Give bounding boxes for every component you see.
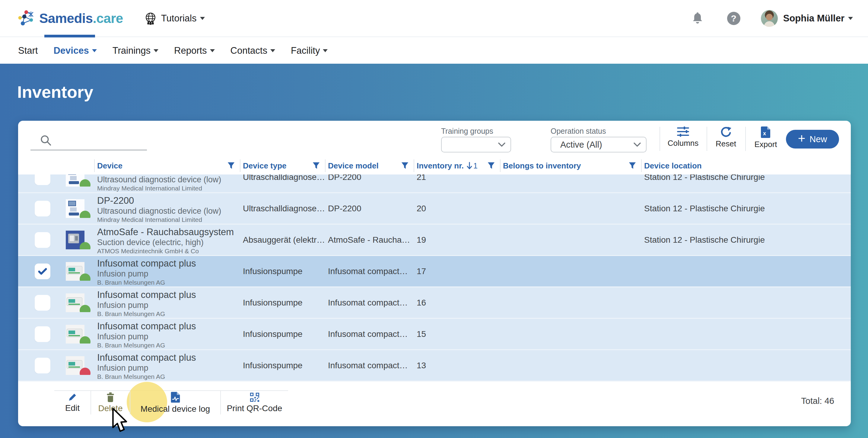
inventory-nr-cell: 21 xyxy=(414,174,500,182)
device-name: AtmoSafe - Rauchabsaugsystem xyxy=(97,226,240,238)
toolbar-divider xyxy=(659,127,660,151)
toolbar-divider xyxy=(745,127,746,151)
row-checkbox[interactable] xyxy=(35,264,51,279)
table-row[interactable]: DP-2200 Ultrasound diagnostic device (lo… xyxy=(18,193,851,225)
inventory-nr-cell: 19 xyxy=(414,235,500,245)
device-type-cell: Infusionspumpe xyxy=(240,267,325,276)
device-model-cell: DP-2200 xyxy=(325,174,414,182)
tutorials-menu[interactable]: Tutorials xyxy=(144,12,205,25)
page-title: Inventory xyxy=(17,82,93,102)
device-type-cell: Infusionspumpe xyxy=(240,298,325,308)
medical-device-log-button[interactable]: Medical device log xyxy=(130,391,220,414)
nav-item-trainings[interactable]: Trainings xyxy=(113,45,158,56)
inventory-nr-cell: 17 xyxy=(414,267,500,276)
table-row[interactable]: Infusomat compact plus Infusion pump B. … xyxy=(18,350,851,382)
total-count: Total: 46 xyxy=(801,396,834,406)
device-manufacturer: ATMOS Medizintechnik GmbH & Co xyxy=(97,247,240,255)
top-header: Samedis.care Tutorials ? xyxy=(0,0,868,37)
device-name: Infusomat compact plus xyxy=(97,289,240,301)
table-row[interactable]: AtmoSafe - Rauchabsaugsystem Suction dev… xyxy=(18,225,851,256)
delete-trash-icon xyxy=(106,392,115,402)
column-header-inventory-nr[interactable]: Inventory nr. 1 xyxy=(414,157,500,174)
device-location-cell: Station 12 - Plastische Chirurgie xyxy=(641,204,851,213)
column-header-device-type[interactable]: Device type xyxy=(240,157,325,174)
excel-export-icon: x xyxy=(760,126,771,138)
device-model-cell: DP-2200 xyxy=(325,204,414,213)
user-avatar[interactable] xyxy=(761,10,778,27)
medical-log-document-icon xyxy=(170,391,180,403)
operation-status-label: Operation status xyxy=(551,127,606,136)
device-name: DP-2200 xyxy=(97,195,240,206)
user-menu-chevron-icon[interactable] xyxy=(848,17,853,20)
qr-code-icon xyxy=(249,392,260,402)
nav-item-start[interactable]: Start xyxy=(18,45,38,56)
row-checkbox[interactable] xyxy=(35,295,51,311)
row-checkbox[interactable] xyxy=(35,326,51,342)
mouse-cursor xyxy=(111,408,130,434)
status-dot xyxy=(80,336,91,344)
brand-logo[interactable]: Samedis.care xyxy=(18,10,123,27)
svg-text:x: x xyxy=(763,130,766,137)
nav-item-facility[interactable]: Facility xyxy=(291,45,328,56)
device-manufacturer: Mindray Medical International Limited xyxy=(97,184,240,192)
device-model-cell: AtmoSafe - Raucha… xyxy=(325,235,414,245)
main-nav: Start Devices Trainings Reports Contacts… xyxy=(0,38,868,64)
tutorials-label: Tutorials xyxy=(161,13,197,24)
device-location-cell: Station 12 - Plastische Chirurgie xyxy=(641,235,851,245)
device-subtitle: Ultrasound diagnostic device (low) xyxy=(97,175,240,184)
notifications-bell-icon[interactable] xyxy=(691,12,704,25)
device-manufacturer: B. Braun Melsungen AG xyxy=(97,373,240,380)
table-row[interactable]: Infusomat compact plus Infusion pump B. … xyxy=(18,287,851,319)
search-underline xyxy=(30,150,147,150)
device-name: Infusomat compact plus xyxy=(97,321,240,332)
device-thumbnail xyxy=(66,325,85,344)
columns-button[interactable]: Columns xyxy=(664,126,702,148)
active-nav-indicator xyxy=(44,35,95,37)
edit-button[interactable]: Edit xyxy=(54,391,91,414)
columns-sliders-icon xyxy=(677,126,689,137)
table-row[interactable]: Infusomat compact plus Infusion pump B. … xyxy=(18,319,851,350)
toolbar-divider xyxy=(707,127,707,151)
operation-status-select[interactable]: Active (All) xyxy=(551,137,647,152)
search-input[interactable] xyxy=(54,134,144,147)
status-dot xyxy=(80,273,91,281)
row-checkbox[interactable] xyxy=(35,174,51,185)
new-button[interactable]: + New xyxy=(786,130,839,148)
nav-item-contacts[interactable]: Contacts xyxy=(230,45,275,56)
row-checkbox[interactable] xyxy=(35,201,51,216)
device-manufacturer: B. Braun Melsungen AG xyxy=(97,342,240,349)
device-type-cell: Infusionspumpe xyxy=(240,329,325,339)
filter-funnel-icon[interactable] xyxy=(227,162,235,170)
reset-button[interactable]: Reset xyxy=(710,126,742,148)
nav-item-reports[interactable]: Reports xyxy=(174,45,215,56)
device-model-cell: Infusomat compact… xyxy=(325,267,414,276)
inventory-nr-cell: 16 xyxy=(414,298,500,308)
column-header-device-model[interactable]: Device model xyxy=(325,157,414,174)
device-subtitle: Suction device (electric, high) xyxy=(97,238,240,247)
print-qr-code-button[interactable]: Print QR-Code xyxy=(220,391,288,414)
sort-arrow-down-icon xyxy=(466,162,473,170)
help-icon[interactable]: ? xyxy=(727,12,740,25)
nav-item-devices[interactable]: Devices xyxy=(53,45,97,56)
inventory-card: Training groups Operation status Active … xyxy=(18,121,851,426)
column-header-device[interactable]: Device xyxy=(94,157,240,174)
chevron-down-icon xyxy=(200,17,205,20)
row-checkbox[interactable] xyxy=(35,358,51,373)
column-header-belongs-to-inventory[interactable]: Belongs to inventory xyxy=(500,157,641,174)
status-dot xyxy=(80,305,91,312)
filter-funnel-icon[interactable] xyxy=(401,162,409,170)
filter-funnel-icon[interactable] xyxy=(312,162,320,170)
filter-funnel-icon[interactable] xyxy=(487,162,495,170)
sort-indicator[interactable]: 1 xyxy=(466,162,477,170)
chevron-down-icon xyxy=(633,142,641,147)
table-row[interactable]: DP-2200 Ultrasound diagnostic device (lo… xyxy=(18,174,851,193)
filter-funnel-icon[interactable] xyxy=(628,162,636,170)
training-groups-label: Training groups xyxy=(441,127,493,136)
column-header-device-location[interactable]: Device location xyxy=(641,157,851,174)
user-name[interactable]: Sophia Müller xyxy=(783,13,844,24)
chevron-down-icon xyxy=(498,142,506,147)
table-row[interactable]: Infusomat compact plus Infusion pump B. … xyxy=(18,256,851,287)
training-groups-select[interactable] xyxy=(441,137,511,152)
row-checkbox[interactable] xyxy=(35,232,51,248)
export-button[interactable]: x Export xyxy=(749,126,783,149)
